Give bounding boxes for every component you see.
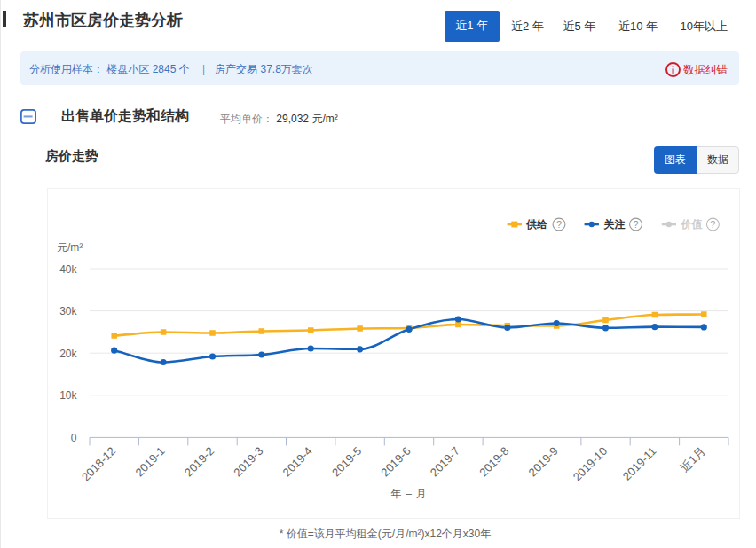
svg-text:2019-9: 2019-9 — [526, 444, 561, 479]
svg-text:0: 0 — [71, 432, 77, 444]
svg-text:2019-5: 2019-5 — [329, 444, 364, 479]
svg-text:年 – 月: 年 – 月 — [390, 488, 426, 500]
svg-text:40k: 40k — [59, 263, 77, 276]
svg-text:2019-6: 2019-6 — [378, 444, 413, 479]
svg-text:2019-8: 2019-8 — [476, 444, 511, 479]
svg-text:?: ? — [556, 219, 562, 230]
svg-text:2019-11: 2019-11 — [620, 444, 659, 483]
svg-text:供给: 供给 — [525, 218, 548, 231]
svg-text:2018-12: 2018-12 — [79, 444, 118, 483]
svg-text:近1月: 近1月 — [678, 444, 708, 474]
svg-text:30k: 30k — [59, 305, 77, 317]
svg-text:2019-10: 2019-10 — [571, 444, 610, 483]
svg-text:元/m²: 元/m² — [57, 241, 83, 254]
svg-text:2019-7: 2019-7 — [428, 444, 462, 479]
svg-text:2019-3: 2019-3 — [231, 444, 265, 479]
svg-text:2019-1: 2019-1 — [132, 444, 167, 479]
svg-text:20k: 20k — [59, 348, 77, 360]
svg-text:?: ? — [710, 219, 715, 230]
svg-text:关注: 关注 — [603, 218, 626, 231]
svg-text:2019-2: 2019-2 — [182, 444, 217, 479]
svg-text:2019-4: 2019-4 — [280, 444, 315, 479]
svg-text:?: ? — [633, 219, 638, 230]
svg-text:价值: 价值 — [680, 218, 702, 231]
svg-text:10k: 10k — [59, 389, 77, 402]
